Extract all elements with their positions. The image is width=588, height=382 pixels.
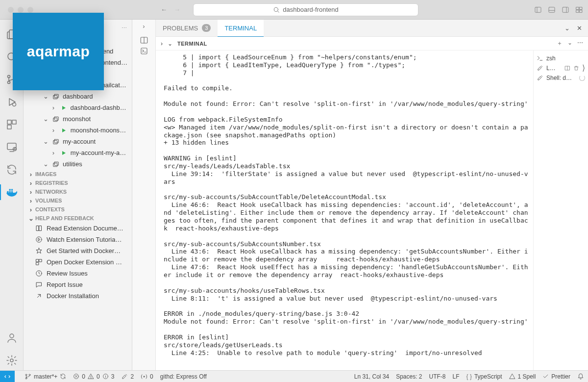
chevron-right-icon[interactable]: ⟩ [582, 65, 585, 71]
status-position[interactable]: Ln 31, Col 34 [354, 373, 389, 380]
chevron-right-icon: › [50, 127, 57, 134]
activity-account[interactable] [0, 328, 24, 348]
sidebar-more-icon[interactable]: ⋯ [122, 25, 127, 31]
nav-back-icon[interactable]: ← [161, 6, 167, 13]
chevron-down-icon[interactable]: ⌄ [567, 39, 572, 48]
tab-problems[interactable]: PROBLEMS 3 [156, 20, 218, 36]
help-item-label: Open Docker Extension … [47, 258, 122, 266]
status-spaces[interactable]: Spaces: 2 [396, 373, 422, 380]
status-prettier[interactable]: Prettier [542, 373, 570, 380]
help-item[interactable]: Get Started with Docker… [24, 245, 132, 256]
new-terminal-icon[interactable]: ＋ [557, 39, 563, 48]
status-encoding[interactable]: UTF-8 [429, 373, 446, 380]
book-icon [35, 225, 43, 232]
activity-remote[interactable] [0, 137, 24, 157]
activity-settings[interactable] [0, 351, 24, 370]
svg-rect-1 [535, 7, 541, 12]
chevron-down-icon: ⌄ [27, 215, 34, 222]
status-radio[interactable]: 0 [141, 373, 153, 380]
tree-node[interactable]: ⌄dashboard [24, 91, 132, 102]
chevron-right-icon: › [50, 104, 57, 111]
section-volumes[interactable]: ›VOLUMES [24, 196, 132, 205]
help-item[interactable]: Watch Extension Tutoria… [24, 234, 132, 245]
tree-node[interactable]: ›moonshot-moonsh… [24, 125, 132, 136]
chevron-right-icon: › [27, 206, 34, 213]
close-dot[interactable] [8, 7, 14, 13]
split-icon[interactable] [564, 65, 570, 71]
status-branch[interactable]: master*+ [24, 373, 66, 380]
trash-icon[interactable] [573, 65, 579, 71]
remote-indicator[interactable] [0, 371, 15, 382]
window-controls[interactable] [8, 7, 33, 13]
activity-run[interactable] [0, 92, 24, 112]
docker-icon [5, 186, 18, 199]
chevron-right-icon[interactable]: › [161, 40, 163, 47]
tab-terminal[interactable]: TERMINAL [218, 20, 264, 36]
activity-docker[interactable] [0, 182, 24, 202]
layout-customize-icon[interactable] [575, 6, 583, 14]
command-center[interactable]: dashboard-frontend [193, 3, 418, 16]
tree-node-label: utilities [63, 160, 82, 168]
svg-point-50 [91, 378, 91, 378]
svg-point-52 [144, 376, 145, 377]
svg-rect-40 [39, 259, 42, 262]
help-item[interactable]: Read Extension Docume… [24, 223, 132, 234]
nav-forward-icon[interactable]: → [174, 6, 180, 13]
tools-icon [121, 373, 128, 380]
terminal-entry-l[interactable]: L… ⟩ [537, 63, 585, 73]
chevron-right-icon: › [27, 179, 34, 187]
section-contexts[interactable]: ›CONTEXTS [24, 205, 132, 214]
chevron-down-icon[interactable]: ⌄ [168, 40, 172, 47]
section-images[interactable]: ›IMAGES [24, 170, 132, 178]
layout-right-icon[interactable] [562, 6, 569, 14]
more-icon[interactable]: ⋯ [577, 39, 583, 48]
tools-icon [537, 75, 543, 81]
svg-rect-13 [7, 120, 11, 124]
layout-left-icon[interactable] [534, 6, 542, 14]
terminal-label: TERMINAL [177, 41, 207, 47]
status-ports[interactable]: 2 [121, 373, 134, 380]
minimize-dot[interactable] [18, 7, 24, 13]
help-item-label: Docker Installation [47, 292, 99, 300]
tree-node[interactable]: ›my-account-my-ac… [24, 147, 132, 158]
section-registries[interactable]: ›REGISTRIES [24, 178, 132, 187]
chevron-down-icon[interactable]: ⌄ [564, 25, 570, 32]
terminal-entry-zsh[interactable]: zsh [537, 53, 585, 63]
tree-node[interactable]: ›dashboard-dashbo… [24, 102, 132, 113]
activity-extensions[interactable] [0, 115, 24, 134]
sync-icon[interactable] [60, 373, 66, 380]
search-icon [273, 6, 280, 13]
chevron-right-icon[interactable]: › [143, 23, 145, 30]
section-networks[interactable]: ›NETWORKS [24, 187, 132, 196]
close-icon[interactable]: ✕ [577, 25, 582, 32]
tree-node[interactable]: ⌄utilities [24, 158, 132, 170]
activity-sync[interactable] [0, 160, 24, 179]
broadcast-icon [141, 373, 147, 380]
status-bell[interactable] [577, 373, 584, 380]
terminal-entry-shell[interactable]: Shell: d… [537, 73, 585, 83]
play-icon [60, 127, 68, 133]
tab-label: TERMINAL [224, 25, 257, 32]
svg-rect-36 [53, 163, 57, 166]
zoom-dot[interactable] [27, 7, 33, 13]
panel-tabs: PROBLEMS 3 TERMINAL ⌄ ✕ [156, 20, 588, 37]
status-eol[interactable]: LF [453, 373, 460, 380]
tree-node[interactable]: ⌄moonshot [24, 113, 132, 125]
status-spell[interactable]: 1 Spell [509, 373, 536, 380]
section-help[interactable]: ⌄HELP AND FEEDBACK [24, 214, 132, 223]
tab-label: PROBLEMS [163, 25, 198, 32]
terminal-split-icon[interactable] [140, 36, 148, 45]
status-diagnostics[interactable]: 0 0 3 [73, 373, 114, 380]
status-language[interactable]: { }TypeScript [466, 373, 502, 380]
help-item[interactable]: Report Issue [24, 279, 132, 290]
help-item[interactable]: Open Docker Extension … [24, 256, 132, 268]
terminal-profile-icon[interactable] [140, 47, 148, 55]
help-item[interactable]: Review Issues [24, 268, 132, 279]
tree-node[interactable]: ⌄my-account [24, 136, 132, 147]
status-githd[interactable]: githd: Express Off [160, 373, 207, 380]
layout-bottom-icon[interactable] [548, 6, 556, 14]
help-item[interactable]: Docker Installation [24, 290, 132, 302]
chevron-down-icon: ⌄ [42, 160, 49, 168]
terminal-output[interactable]: 5 | import { LeadSourceEnum } from "~hel… [156, 51, 533, 370]
check-icon [542, 373, 549, 380]
